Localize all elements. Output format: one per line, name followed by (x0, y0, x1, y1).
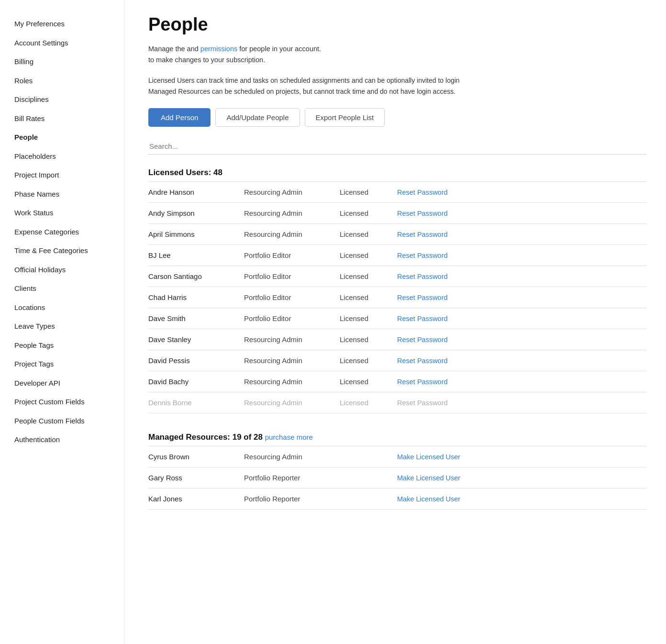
user-role: Portfolio Editor (244, 287, 340, 308)
reset-password-link[interactable]: Reset Password (397, 266, 647, 287)
add-person-button[interactable]: Add Person (148, 108, 211, 127)
sidebar-item-project-custom-fields[interactable]: Project Custom Fields (14, 392, 124, 411)
table-row: BJ Lee Portfolio Editor Licensed Reset P… (148, 245, 647, 266)
user-type: Licensed (340, 245, 397, 266)
sidebar-item-people[interactable]: People (14, 128, 124, 147)
reset-password-link[interactable]: Reset Password (397, 371, 647, 392)
table-row: Dave Stanley Resourcing Admin Licensed R… (148, 329, 647, 350)
sidebar-item-my-preferences[interactable]: My Preferences (14, 14, 124, 33)
user-type: Licensed (340, 182, 397, 203)
desc-pre: Manage the and (148, 45, 200, 53)
user-type: Licensed (340, 287, 397, 308)
sidebar-item-project-tags[interactable]: Project Tags (14, 355, 124, 374)
sidebar-item-time-fee-categories[interactable]: Time & Fee Categories (14, 241, 124, 260)
reset-password-link[interactable]: Reset Password (397, 287, 647, 308)
sidebar-item-official-holidays[interactable]: Official Holidays (14, 260, 124, 279)
page-title: People (148, 14, 647, 35)
user-name: David Pessis (148, 350, 244, 371)
user-role: Resourcing Admin (244, 182, 340, 203)
resource-type (340, 446, 397, 467)
table-row: Carson Santiago Portfolio Editor License… (148, 266, 647, 287)
actions-row: Add Person Add/Update People Export Peop… (148, 108, 647, 127)
sidebar-item-locations[interactable]: Locations (14, 298, 124, 317)
resource-name: Cyrus Brown (148, 446, 244, 467)
reset-password-link[interactable]: Reset Password (397, 329, 647, 350)
sidebar-item-phase-names[interactable]: Phase Names (14, 185, 124, 204)
user-type: Licensed (340, 371, 397, 392)
export-button[interactable]: Export People List (305, 108, 385, 127)
user-role: Resourcing Admin (244, 203, 340, 224)
resource-name: Karl Jones (148, 489, 244, 510)
user-role: Resourcing Admin (244, 329, 340, 350)
user-name: Andre Hanson (148, 182, 244, 203)
main-content: People Manage the and permissions for pe… (124, 0, 666, 644)
table-row: Karl Jones Portfolio Reporter Make Licen… (148, 489, 647, 510)
make-licensed-link[interactable]: Make Licensed User (397, 489, 647, 510)
table-row: David Bachy Resourcing Admin Licensed Re… (148, 371, 647, 392)
sidebar-item-expense-categories[interactable]: Expense Categories (14, 222, 124, 242)
user-type: Licensed (340, 329, 397, 350)
sidebar-item-account-settings[interactable]: Account Settings (14, 33, 124, 53)
managed-resources-table: Cyrus Brown Resourcing Admin Make Licens… (148, 446, 647, 510)
info-line2: Managed Resources can be scheduled on pr… (148, 86, 647, 97)
user-name: Dave Smith (148, 308, 244, 329)
table-row: Andy Simpson Resourcing Admin Licensed R… (148, 203, 647, 224)
user-role: Resourcing Admin (244, 350, 340, 371)
reset-password-link[interactable]: Reset Password (397, 350, 647, 371)
make-licensed-link[interactable]: Make Licensed User (397, 467, 647, 489)
reset-password-link[interactable]: Reset Password (397, 203, 647, 224)
reset-password-link[interactable]: Reset Password (397, 308, 647, 329)
reset-password-link[interactable]: Reset Password (397, 224, 647, 245)
sidebar-item-people-custom-fields[interactable]: People Custom Fields (14, 411, 124, 431)
resource-type (340, 489, 397, 510)
user-name: David Bachy (148, 371, 244, 392)
sidebar: My PreferencesAccount SettingsBillingRol… (0, 0, 124, 644)
user-role: Resourcing Admin (244, 371, 340, 392)
licensed-users-table: Andre Hanson Resourcing Admin Licensed R… (148, 181, 647, 413)
user-name: April Simmons (148, 224, 244, 245)
user-type: Licensed (340, 203, 397, 224)
make-licensed-link[interactable]: Make Licensed User (397, 446, 647, 467)
sidebar-item-billing[interactable]: Billing (14, 52, 124, 71)
sidebar-item-developer-api[interactable]: Developer API (14, 374, 124, 393)
desc-line1: Manage the and permissions for people in… (148, 44, 647, 55)
sidebar-item-bill-rates[interactable]: Bill Rates (14, 109, 124, 128)
info-block: Licensed Users can track time and tasks … (148, 75, 647, 97)
reset-password-link[interactable]: Reset Password (397, 182, 647, 203)
user-type: Licensed (340, 308, 397, 329)
user-type: Licensed (340, 350, 397, 371)
reset-password-link[interactable]: Reset Password (397, 245, 647, 266)
resource-role: Resourcing Admin (244, 446, 340, 467)
table-row: Dennis Borne Resourcing Admin Licensed R… (148, 392, 647, 413)
licensed-section-header: Licensed Users: 48 (148, 168, 647, 178)
sidebar-item-authentication[interactable]: Authentication (14, 430, 124, 449)
purchase-more-link[interactable]: purchase more (265, 433, 313, 441)
desc-line2: to make changes to your subscription. (148, 55, 647, 66)
user-name: Chad Harris (148, 287, 244, 308)
table-row: April Simmons Resourcing Admin Licensed … (148, 224, 647, 245)
permissions-link[interactable]: permissions (200, 45, 237, 53)
user-name: Carson Santiago (148, 266, 244, 287)
reset-password-link[interactable]: Reset Password (397, 392, 647, 413)
user-role: Resourcing Admin (244, 392, 340, 413)
managed-section-header: Managed Resources: 19 of 28 purchase mor… (148, 433, 647, 442)
managed-label-pre: Managed Resources: 19 of 28 (148, 433, 263, 442)
sidebar-item-leave-types[interactable]: Leave Types (14, 317, 124, 336)
sidebar-item-project-import[interactable]: Project Import (14, 166, 124, 185)
sidebar-item-work-status[interactable]: Work Status (14, 203, 124, 222)
search-input[interactable] (148, 138, 647, 155)
add-update-button[interactable]: Add/Update People (215, 108, 300, 127)
table-row: Andre Hanson Resourcing Admin Licensed R… (148, 182, 647, 203)
table-row: David Pessis Resourcing Admin Licensed R… (148, 350, 647, 371)
resource-type (340, 467, 397, 489)
sidebar-item-people-tags[interactable]: People Tags (14, 336, 124, 355)
table-row: Gary Ross Portfolio Reporter Make Licens… (148, 467, 647, 489)
user-name: BJ Lee (148, 245, 244, 266)
sidebar-item-roles[interactable]: Roles (14, 71, 124, 90)
sidebar-item-clients[interactable]: Clients (14, 279, 124, 298)
user-name: Dennis Borne (148, 392, 244, 413)
user-name: Andy Simpson (148, 203, 244, 224)
sidebar-item-disciplines[interactable]: Disciplines (14, 90, 124, 109)
sidebar-item-placeholders[interactable]: Placeholders (14, 147, 124, 166)
resource-role: Portfolio Reporter (244, 489, 340, 510)
